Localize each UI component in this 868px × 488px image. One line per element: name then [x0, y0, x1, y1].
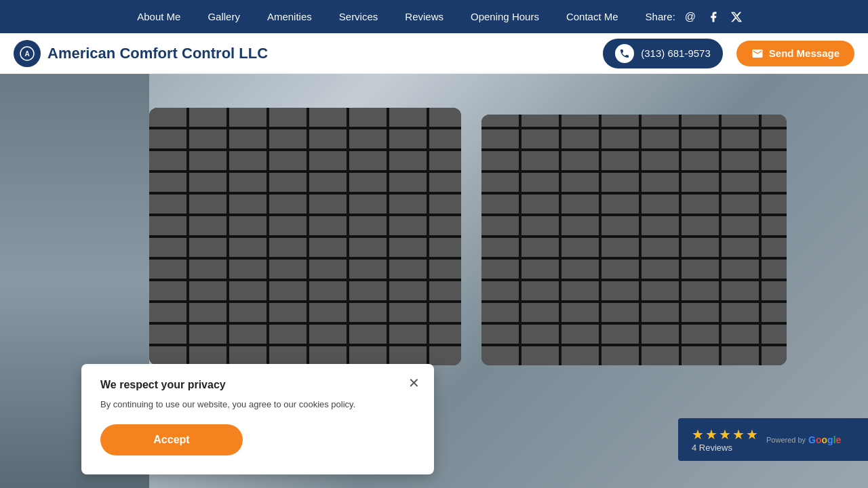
reviews-content: ★ ★ ★ ★ ★ 4 Reviews — [692, 426, 758, 453]
logo-area: A American Comfort Control LLC — [14, 40, 603, 67]
reviews-count: 4 Reviews — [692, 443, 758, 453]
twitter-x-share-icon[interactable] — [728, 9, 745, 25]
nav-amenities[interactable]: Amenities — [254, 0, 326, 33]
header-bar: A American Comfort Control LLC (313) 681… — [0, 33, 868, 74]
top-navigation: About Me Gallery Amenities Services Revi… — [0, 0, 868, 33]
nav-reviews[interactable]: Reviews — [391, 0, 457, 33]
star-4: ★ — [732, 426, 745, 443]
powered-by: Powered by Google — [766, 434, 841, 445]
cookie-title: We respect your privacy — [100, 379, 415, 391]
email-share-icon[interactable]: @ — [682, 9, 698, 25]
nav-opening-hours[interactable]: Opening Hours — [457, 0, 553, 33]
hero-section: ✕ We respect your privacy By continuing … — [0, 74, 868, 488]
phone-number: (313) 681-9573 — [641, 47, 711, 59]
company-name: American Comfort Control LLC — [47, 45, 268, 62]
star-1: ★ — [692, 426, 704, 443]
phone-button[interactable]: (313) 681-9573 — [603, 39, 723, 68]
phone-icon — [615, 44, 634, 63]
nav-services[interactable]: Services — [326, 0, 392, 33]
facebook-share-icon[interactable] — [705, 9, 722, 25]
ac-unit-left — [149, 108, 461, 365]
star-3: ★ — [719, 426, 731, 443]
cookie-text: By continuing to use our website, you ag… — [100, 398, 415, 411]
share-label: Share: — [646, 11, 675, 22]
star-rating: ★ ★ ★ ★ ★ — [692, 426, 758, 443]
company-logo: A — [14, 40, 41, 67]
send-message-label: Send Message — [769, 47, 840, 59]
star-half: ★ — [746, 426, 758, 443]
svg-text:A: A — [24, 50, 29, 58]
send-message-button[interactable]: Send Message — [736, 41, 854, 66]
ac-unit-right — [481, 115, 787, 365]
nav-contact-me[interactable]: Contact Me — [553, 0, 632, 33]
accept-cookies-button[interactable]: Accept — [100, 424, 243, 455]
nav-about-me[interactable]: About Me — [123, 0, 194, 33]
reviews-widget[interactable]: ★ ★ ★ ★ ★ 4 Reviews Powered by Google — [678, 418, 868, 461]
cookie-close-button[interactable]: ✕ — [404, 373, 423, 392]
star-2: ★ — [705, 426, 717, 443]
header-right: (313) 681-9573 Send Message — [603, 39, 854, 68]
cookie-consent-popup: ✕ We respect your privacy By continuing … — [81, 364, 434, 475]
share-section: Share: @ — [646, 9, 745, 25]
nav-gallery[interactable]: Gallery — [194, 0, 254, 33]
